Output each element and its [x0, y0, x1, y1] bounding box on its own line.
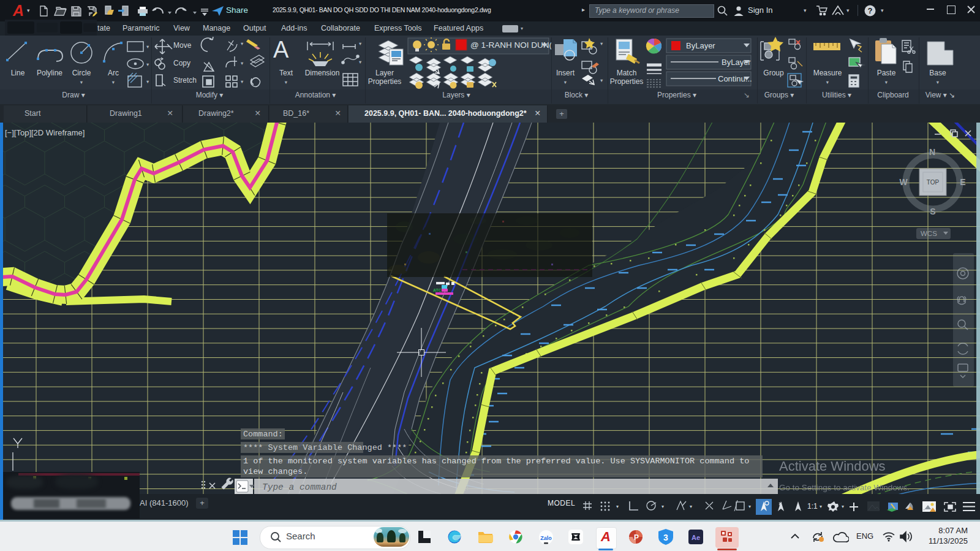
svg-text:▾: ▾: [690, 504, 692, 509]
svg-text:Zalo: Zalo: [540, 535, 552, 541]
svg-text:▾: ▾: [616, 504, 619, 509]
svg-text:ATC: ATC: [433, 288, 442, 292]
svg-text:Command:: Command:: [243, 430, 283, 439]
svg-text:▾: ▾: [146, 78, 149, 85]
svg-text:Ae: Ae: [692, 534, 700, 541]
svg-text:[−][Top][2D Wireframe]: [−][Top][2D Wireframe]: [5, 128, 85, 137]
svg-text:▾: ▾: [600, 40, 603, 47]
svg-text:?: ?: [868, 6, 873, 15]
svg-text:@ 1-RANH NOI DUN(: @ 1-RANH NOI DUN(: [470, 40, 551, 50]
svg-text:**** System Variable Changed *: **** System Variable Changed ****: [243, 443, 407, 452]
svg-text:S: S: [930, 207, 935, 216]
svg-text:▾: ▾: [748, 504, 751, 509]
svg-text:▾: ▾: [600, 77, 603, 83]
svg-text:1 of the monitored system vari: 1 of the monitored system variables has …: [243, 457, 749, 466]
svg-text:1:1: 1:1: [807, 502, 818, 511]
svg-text:WCS: WCS: [921, 230, 937, 237]
svg-text:P: P: [634, 533, 639, 542]
svg-text:N: N: [929, 147, 935, 157]
svg-text:E: E: [960, 177, 965, 187]
svg-text:▾: ▾: [146, 61, 149, 67]
svg-text:▾: ▾: [842, 504, 844, 509]
svg-text:▾: ▾: [146, 44, 149, 50]
svg-text:TOP: TOP: [927, 179, 940, 186]
svg-text:view changes.: view changes.: [243, 467, 307, 476]
svg-text:▾: ▾: [662, 504, 664, 509]
svg-text:▾: ▾: [241, 78, 244, 85]
svg-text:ByLayer: ByLayer: [686, 41, 715, 50]
svg-text:Type a command: Type a command: [262, 482, 337, 492]
svg-text:▾: ▾: [241, 60, 244, 66]
svg-text:▾: ▾: [241, 40, 244, 47]
svg-text:▾: ▾: [820, 504, 822, 509]
svg-text:W: W: [899, 177, 908, 187]
svg-text:Go to Settings to activate Win: Go to Settings to activate Windows.: [779, 483, 910, 492]
svg-text:Activate Windows: Activate Windows: [779, 458, 886, 474]
svg-text:3: 3: [663, 533, 668, 542]
